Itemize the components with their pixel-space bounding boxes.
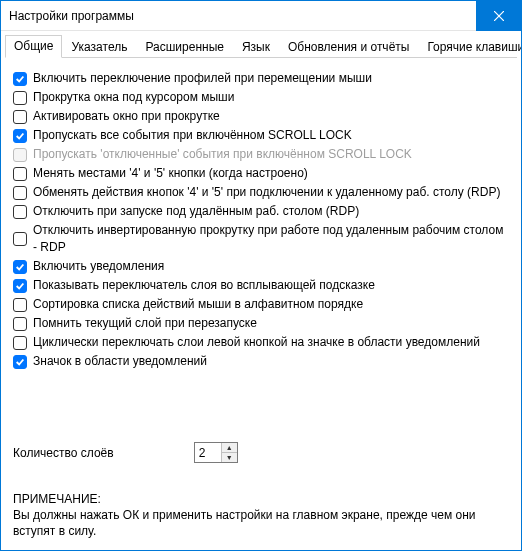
layers-input[interactable]	[195, 443, 221, 462]
spin-buttons: ▲ ▼	[221, 443, 237, 462]
checkbox-skip-disabled-scroll-lock	[13, 148, 27, 162]
layers-label: Количество слоёв	[13, 446, 114, 460]
option-label: Отключить при запуске под удалённым раб.…	[33, 203, 359, 220]
option-label: Включить переключение профилей при перем…	[33, 70, 372, 87]
layers-row: Количество слоёв ▲ ▼	[13, 442, 509, 463]
checkbox-swap-4-5-rdp[interactable]	[13, 186, 27, 200]
option-label: Показывать переключатель слоя во всплыва…	[33, 277, 375, 294]
option-label: Значок в области уведомлений	[33, 353, 207, 370]
checkbox-remember-layer[interactable]	[13, 317, 27, 331]
close-button[interactable]	[476, 1, 521, 31]
option-row: Сортировка списка действий мыши в алфави…	[13, 296, 509, 313]
option-label: Помнить текущий слой при перезапуске	[33, 315, 257, 332]
spin-down[interactable]: ▼	[222, 453, 237, 462]
option-label: Менять местами '4' и '5' кнопки (когда н…	[33, 165, 308, 182]
checkbox-swap-4-5[interactable]	[13, 167, 27, 181]
option-row: Обменять действия кнопок '4' и '5' при п…	[13, 184, 509, 201]
tab-bar: Общие Указатель Расширенные Язык Обновле…	[1, 31, 521, 57]
option-row: Включить уведомления	[13, 258, 509, 275]
option-label: Обменять действия кнопок '4' и '5' при п…	[33, 184, 500, 201]
checkbox-activate-on-scroll[interactable]	[13, 110, 27, 124]
tab-pointer[interactable]: Указатель	[62, 36, 136, 58]
checkbox-cycle-layers-leftclick[interactable]	[13, 336, 27, 350]
note-body: Вы должны нажать ОК и применить настройк…	[13, 508, 476, 538]
checkbox-scroll-under-cursor[interactable]	[13, 91, 27, 105]
option-label: Циклически переключать слои левой кнопко…	[33, 334, 480, 351]
option-label: Включить уведомления	[33, 258, 164, 275]
option-label: Активировать окно при прокрутке	[33, 108, 220, 125]
option-row: Значок в области уведомлений	[13, 353, 509, 370]
note-heading: ПРИМЕЧАНИЕ:	[13, 491, 509, 507]
option-row: Циклически переключать слои левой кнопко…	[13, 334, 509, 351]
dialog-footer: ОК Отмена	[1, 548, 521, 551]
checkbox-sort-actions-alpha[interactable]	[13, 298, 27, 312]
checkbox-tray-icon[interactable]	[13, 355, 27, 369]
option-row: Активировать окно при прокрутке	[13, 108, 509, 125]
option-label: Сортировка списка действий мыши в алфави…	[33, 296, 363, 313]
option-label: Пропускать все события при включённом SC…	[33, 127, 352, 144]
checkbox-enable-profile-switch[interactable]	[13, 72, 27, 86]
checkbox-disable-on-rdp[interactable]	[13, 205, 27, 219]
option-row: Прокрутка окна под курсором мыши	[13, 89, 509, 106]
spin-up[interactable]: ▲	[222, 443, 237, 453]
checkbox-disable-invert-scroll-rdp[interactable]	[13, 232, 27, 246]
option-label: Отключить инвертированную прокрутку при …	[33, 222, 509, 256]
option-row: Отключить инвертированную прокрутку при …	[13, 222, 509, 256]
tab-general[interactable]: Общие	[5, 35, 62, 58]
option-row: Пропускать 'отключенные' события при вкл…	[13, 146, 509, 163]
tab-content-general: Включить переключение профилей при перем…	[1, 58, 521, 548]
layers-spinbox: ▲ ▼	[194, 442, 238, 463]
option-row: Показывать переключатель слоя во всплыва…	[13, 277, 509, 294]
option-row: Пропускать все события при включённом SC…	[13, 127, 509, 144]
tab-hotkeys[interactable]: Горячие клавиши	[418, 36, 522, 58]
note-section: ПРИМЕЧАНИЕ: Вы должны нажать ОК и примен…	[13, 491, 509, 540]
option-label: Пропускать 'отключенные' события при вкл…	[33, 146, 412, 163]
tab-updates[interactable]: Обновления и отчёты	[279, 36, 418, 58]
window-title: Настройки программы	[9, 9, 134, 23]
tab-advanced[interactable]: Расширенные	[136, 36, 233, 58]
option-row: Помнить текущий слой при перезапуске	[13, 315, 509, 332]
option-row: Отключить при запуске под удалённым раб.…	[13, 203, 509, 220]
checkbox-enable-notifications[interactable]	[13, 260, 27, 274]
tab-language[interactable]: Язык	[233, 36, 279, 58]
close-icon	[494, 11, 504, 21]
checkbox-skip-scroll-lock[interactable]	[13, 129, 27, 143]
titlebar: Настройки программы	[1, 1, 521, 31]
option-row: Включить переключение профилей при перем…	[13, 70, 509, 87]
option-label: Прокрутка окна под курсором мыши	[33, 89, 234, 106]
option-row: Менять местами '4' и '5' кнопки (когда н…	[13, 165, 509, 182]
checkbox-show-layer-switch-tooltip[interactable]	[13, 279, 27, 293]
